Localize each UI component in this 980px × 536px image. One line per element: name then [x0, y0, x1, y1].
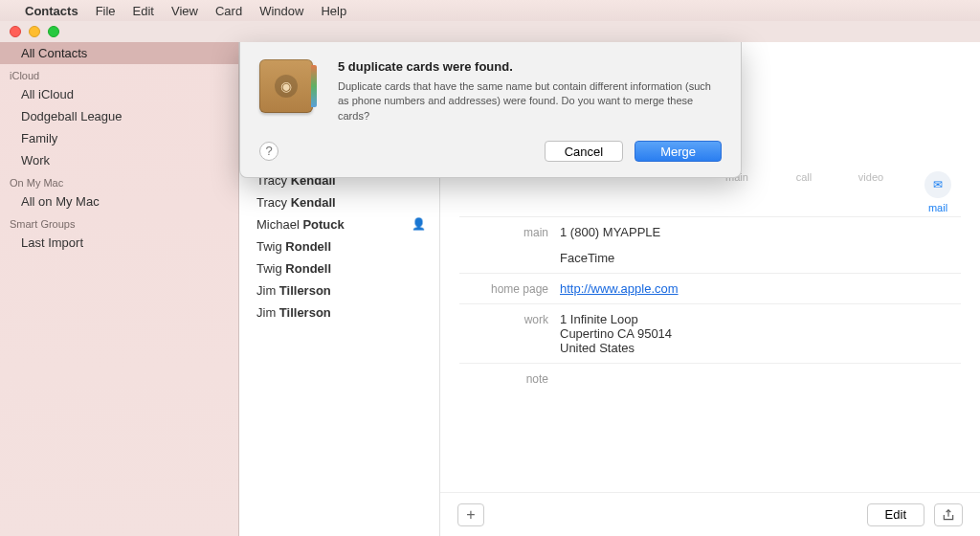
dialog-body: Duplicate cards that have the same name …	[338, 79, 722, 123]
me-icon: 👤	[412, 217, 426, 231]
sidebar-item-all-on-my-mac[interactable]: All on My Mac	[0, 190, 238, 212]
homepage-link[interactable]: http://www.apple.com	[560, 281, 679, 296]
sidebar-item-family[interactable]: Family	[0, 127, 238, 149]
sidebar-header-smartgroups: Smart Groups	[0, 212, 238, 232]
comm-video[interactable]: video	[852, 171, 890, 213]
field-main-phone: main 1 (800) MYAPPLE	[440, 219, 980, 245]
sidebar-item-last-import[interactable]: Last Import	[0, 232, 238, 254]
field-homepage: home page http://www.apple.com	[440, 276, 980, 302]
list-item[interactable]: Tracy Kendall	[239, 191, 439, 213]
sidebar-item-all-icloud[interactable]: All iCloud	[0, 83, 238, 105]
edit-button[interactable]: Edit	[867, 503, 924, 526]
sidebar-item-work[interactable]: Work	[0, 149, 238, 171]
add-button[interactable]: +	[457, 503, 484, 526]
list-item[interactable]: Jim Tillerson	[239, 302, 439, 324]
menu-view[interactable]: View	[171, 4, 198, 18]
sidebar: All Contacts iCloud All iCloud Dodgeball…	[0, 42, 239, 536]
menu-window[interactable]: Window	[259, 4, 303, 18]
cancel-button[interactable]: Cancel	[545, 141, 623, 162]
merge-button[interactable]: Merge	[635, 141, 722, 162]
field-work-address: work 1 Infinite Loop Cupertino CA 95014 …	[440, 306, 980, 361]
minimize-icon[interactable]	[29, 26, 40, 37]
list-item[interactable]: Twig Rondell	[239, 235, 439, 257]
sidebar-item-all-contacts[interactable]: All Contacts	[0, 42, 238, 64]
dialog-title: 5 duplicate cards were found.	[338, 59, 722, 74]
field-facetime: FaceTime	[440, 245, 980, 271]
detail-bottombar: + Edit	[440, 492, 980, 536]
comm-mail[interactable]: ✉ mail	[919, 171, 957, 213]
titlebar	[0, 21, 980, 42]
sidebar-header-icloud: iCloud	[0, 64, 238, 83]
menu-file[interactable]: File	[96, 4, 116, 18]
share-icon	[942, 508, 955, 522]
sidebar-header-onmymac: On My Mac	[0, 171, 238, 190]
menubar: Contacts File Edit View Card Window Help	[0, 0, 980, 21]
close-icon[interactable]	[10, 26, 21, 37]
menu-card[interactable]: Card	[215, 4, 242, 18]
merge-duplicates-dialog: ◉ 5 duplicate cards were found. Duplicat…	[239, 42, 742, 178]
list-item[interactable]: Twig Rondell	[239, 257, 439, 279]
mail-icon: ✉	[924, 171, 951, 198]
field-note: note	[440, 366, 980, 391]
menu-app[interactable]: Contacts	[25, 4, 78, 18]
list-item[interactable]: Jim Tillerson	[239, 279, 439, 302]
contacts-app-icon: ◉	[259, 59, 313, 113]
comm-strip: main call video ✉ mail	[718, 171, 957, 213]
contacts-window: All Contacts iCloud All iCloud Dodgeball…	[0, 21, 980, 536]
traffic-lights	[10, 26, 59, 37]
comm-call[interactable]: call	[785, 171, 823, 213]
help-button[interactable]: ?	[259, 142, 278, 161]
list-item[interactable]: Michael Potuck👤	[239, 213, 439, 235]
menu-help[interactable]: Help	[321, 4, 346, 18]
menu-edit[interactable]: Edit	[133, 4, 154, 18]
share-button[interactable]	[934, 503, 963, 526]
sidebar-item-dodgeball[interactable]: Dodgeball League	[0, 105, 238, 127]
zoom-icon[interactable]	[48, 26, 59, 37]
